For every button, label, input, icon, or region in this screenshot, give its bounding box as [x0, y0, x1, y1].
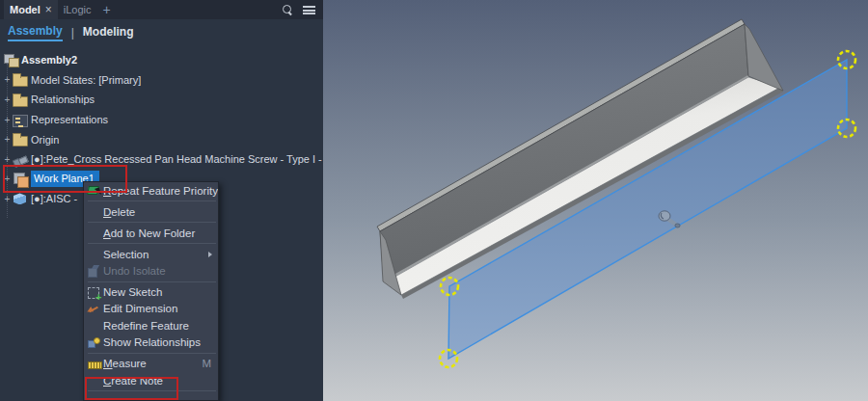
repr-icon [13, 115, 28, 127]
tab-modeling[interactable]: Modeling [83, 25, 134, 40]
menu-separator [88, 222, 216, 223]
menu-item-edit-dimension[interactable]: Edit Dimension [84, 301, 218, 317]
menu-item-redefine-feature[interactable]: Redefine Feature [84, 317, 218, 334]
menu-item-label: Measure [103, 358, 202, 369]
search-icon[interactable] [283, 5, 293, 15]
expand-toggle-icon[interactable]: + [2, 194, 13, 204]
annotation-red-box-autoresize [85, 377, 178, 400]
menu-item-label: Selection [103, 249, 208, 260]
menu-item-label: Redefine Feature [103, 320, 218, 332]
sketch-icon [88, 286, 100, 299]
menu-separator [88, 243, 216, 244]
tree-item-label: Origin [31, 134, 59, 146]
annotation-red-box-workplane [3, 165, 127, 193]
browser-view-tabs: Assembly | Modeling [0, 19, 323, 46]
tab-model-label: Model [10, 4, 41, 15]
cube-icon [13, 191, 28, 206]
screw-tip [675, 224, 680, 227]
submenu-arrow-icon [208, 252, 212, 257]
menu-separator [88, 200, 216, 201]
tree-item-label: [●]:AISC - [31, 193, 77, 204]
menu-item-new-sketch[interactable]: New Sketch [84, 283, 218, 300]
tree-item-label: [●]:Pete_Cross Recessed Pan Head Machine… [31, 153, 323, 165]
assembly-icon [3, 52, 18, 67]
dim-icon [88, 303, 100, 315]
measure-icon [88, 358, 100, 370]
expand-toggle-icon[interactable]: + [2, 154, 13, 165]
close-icon[interactable]: × [45, 3, 52, 16]
tab-assembly[interactable]: Assembly [8, 24, 63, 41]
new-tab-button[interactable]: + [97, 2, 117, 17]
menu-item-label: Show Relationships [103, 336, 218, 348]
menu-item-add-to-new-folder[interactable]: Add to New Folder [84, 225, 218, 241]
menu-item-label: Edit Dimension [103, 303, 218, 314]
menu-item-show-relationships[interactable]: Show Relationships [84, 334, 218, 351]
expand-toggle-icon[interactable]: + [2, 94, 13, 105]
tree-item-label: Representations [31, 114, 108, 125]
tree-item-label: Relationships [31, 94, 95, 105]
tree-row-model-states-primary-[interactable]: + Model States: [Primary] [0, 70, 323, 91]
menu-item-label: Add to New Folder [103, 227, 218, 239]
menu-icon[interactable] [303, 6, 315, 14]
tab-ilogic-label: iLogic [64, 4, 92, 15]
tree-row-representations[interactable]: + Representations [0, 110, 323, 130]
tab-ilogic[interactable]: iLogic [58, 0, 97, 19]
menu-item-selection[interactable]: Selection [84, 246, 218, 262]
folder-icon [13, 96, 28, 107]
rel-icon [88, 336, 100, 349]
menu-separator [88, 353, 216, 354]
model-browser-panel: Model × iLogic + Assembly | Modeling Ass… [0, 0, 323, 401]
menu-item-label: New Sketch [103, 286, 218, 298]
menu-item-delete[interactable]: Delete [84, 203, 218, 220]
tree-row-origin[interactable]: + Origin [0, 129, 323, 149]
tree-item-label: Assembly2 [21, 54, 77, 66]
tab-model[interactable]: Model × [4, 0, 58, 19]
menu-item-label: Undo Isolate [103, 265, 218, 277]
tree-item-label: Model States: [Primary] [31, 74, 141, 86]
graphics-viewport[interactable] [323, 0, 868, 401]
menu-item-label: Delete [103, 206, 218, 218]
tree-row-assembly2[interactable]: Assembly2 [0, 50, 323, 70]
expand-toggle-icon[interactable]: + [2, 115, 13, 125]
expand-toggle-icon[interactable]: + [2, 74, 13, 85]
inventor-window: Model × iLogic + Assembly | Modeling Ass… [0, 0, 868, 401]
tree-row-relationships[interactable]: + Relationships [0, 90, 323, 110]
undoiso-icon [88, 265, 100, 278]
menu-separator [88, 281, 216, 282]
view-tab-separator: | [71, 26, 74, 40]
document-tab-bar: Model × iLogic + [0, 0, 323, 19]
expand-toggle-icon[interactable]: + [2, 134, 13, 145]
context-menu: Repeat Feature Priority Delete Add to Ne… [83, 181, 219, 401]
menu-item-shortcut: M [202, 358, 211, 369]
folder-icon [13, 136, 28, 147]
menu-item-measure[interactable]: Measure M [84, 355, 218, 371]
folder-icon [13, 76, 28, 87]
menu-item-undo-isolate: Undo Isolate [84, 262, 218, 279]
scene-svg [323, 0, 868, 401]
